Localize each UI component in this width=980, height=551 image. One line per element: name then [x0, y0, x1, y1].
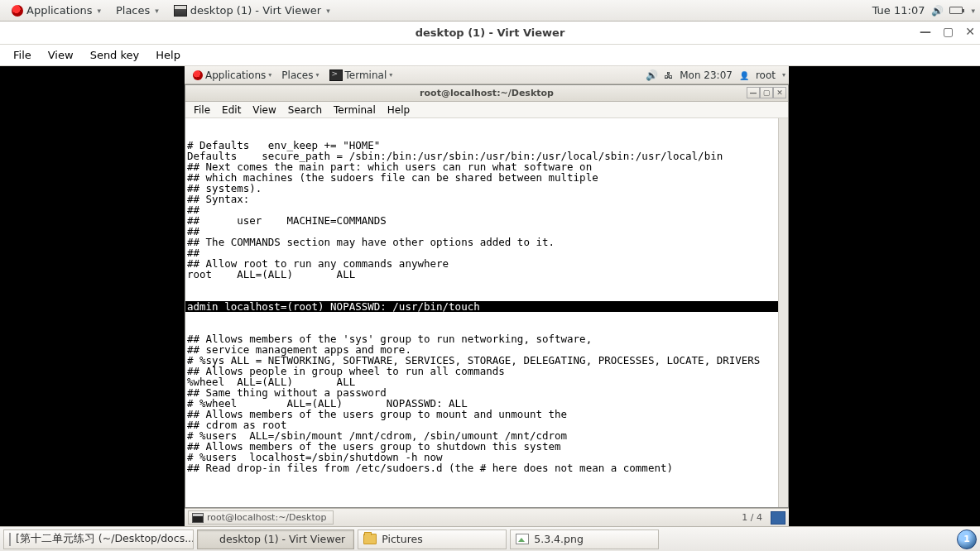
- terminal-line: root ALL=(ALL) ALL: [185, 269, 788, 280]
- close-button[interactable]: ✕: [965, 25, 975, 38]
- menu-file[interactable]: File: [7, 46, 38, 64]
- menu-view[interactable]: View: [41, 46, 80, 64]
- terminal-title: root@localhost:~/Desktop: [420, 88, 554, 98]
- battery-icon[interactable]: [949, 7, 963, 14]
- term-menu-view[interactable]: View: [247, 103, 281, 117]
- term-menu-terminal[interactable]: Terminal: [329, 103, 381, 117]
- guest-taskbar-item[interactable]: root@localhost:~/Desktop: [188, 510, 334, 525]
- terminal-menubar: File Edit View Search Terminal Help: [185, 102, 788, 118]
- guest-active-window-menu[interactable]: Terminal ▾: [324, 68, 398, 83]
- workspace-indicator[interactable]: 1: [957, 529, 977, 549]
- taskbar-item-image[interactable]: 5.3.4.png: [510, 529, 659, 549]
- term-menu-file[interactable]: File: [189, 103, 215, 117]
- image-icon: [516, 534, 529, 544]
- menu-help[interactable]: Help: [149, 46, 187, 64]
- terminal-scrollbar[interactable]: [778, 118, 788, 507]
- applications-menu[interactable]: Applications ▾: [5, 2, 108, 19]
- window-icon: [203, 534, 214, 544]
- taskbar-item-virt-viewer[interactable]: desktop (1) - Virt Viewer: [197, 529, 354, 549]
- terminal-window: root@localhost:~/Desktop — ▢ ✕ File Edit…: [185, 84, 789, 508]
- chevron-down-icon: ▾: [389, 71, 392, 79]
- clock[interactable]: Tue 11:07: [872, 4, 925, 17]
- chevron-down-icon: ▾: [782, 71, 785, 79]
- chevron-down-icon[interactable]: ▾: [971, 7, 975, 15]
- guest-places-menu[interactable]: Places ▾: [276, 68, 324, 83]
- network-icon[interactable]: [664, 69, 673, 81]
- chevron-down-icon: ▾: [268, 71, 271, 79]
- task-label: desktop (1) - Virt Viewer: [219, 533, 345, 545]
- terminal-line: ## which machines (the sudoers file can …: [185, 172, 788, 183]
- terminal-icon: [192, 513, 204, 523]
- chevron-down-icon: ▾: [155, 7, 159, 15]
- window-titlebar[interactable]: desktop (1) - Virt Viewer — ▢ ✕: [0, 22, 980, 45]
- terminal-body[interactable]: # Defaults env_keep += "HOME"Defaults se…: [185, 118, 788, 507]
- guest-display-area[interactable]: Applications ▾ Places ▾ Terminal ▾ Mon 2…: [0, 66, 980, 526]
- terminal-line: ## Syntax:: [185, 194, 788, 204]
- active-window-menu[interactable]: desktop (1) - Virt Viewer ▾: [167, 2, 337, 19]
- redhat-icon: [193, 70, 203, 80]
- highlighted-line: admin localhost=(root) NOPASSWD: /usr/bi…: [185, 301, 786, 312]
- workspace-indicator[interactable]: 1 / 4: [737, 512, 767, 523]
- task-label: Pictures: [382, 533, 423, 545]
- term-maximize-button[interactable]: ▢: [760, 87, 773, 98]
- places-menu[interactable]: Places ▾: [109, 2, 166, 19]
- window-title: desktop (1) - Virt Viewer: [416, 26, 565, 39]
- guest-desktop: Applications ▾ Places ▾ Terminal ▾ Mon 2…: [185, 66, 789, 526]
- chevron-down-icon: ▾: [326, 7, 330, 15]
- guest-active-label: Terminal: [345, 69, 387, 81]
- guest-applications-label: Applications: [205, 69, 266, 81]
- terminal-titlebar[interactable]: root@localhost:~/Desktop — ▢ ✕: [185, 85, 788, 102]
- document-icon: [9, 533, 11, 546]
- guest-clock[interactable]: Mon 23:07: [680, 69, 733, 81]
- viewer-menubar: File View Send key Help: [0, 45, 980, 66]
- guest-places-label: Places: [281, 69, 313, 81]
- guest-applications-menu[interactable]: Applications ▾: [188, 68, 276, 83]
- task-label: 5.3.4.png: [534, 533, 584, 545]
- workspace-switcher[interactable]: [771, 511, 785, 525]
- applications-label: Applications: [26, 4, 92, 17]
- task-label: [第十二单元练习 (~/Desktop/docs...: [16, 532, 194, 546]
- volume-icon[interactable]: [931, 4, 943, 17]
- minimize-button[interactable]: —: [920, 25, 931, 38]
- taskbar-item-pictures[interactable]: Pictures: [358, 529, 507, 549]
- user-icon: [739, 69, 749, 81]
- places-label: Places: [116, 4, 150, 17]
- window-icon: [174, 5, 187, 17]
- terminal-line: ## The COMMANDS section may have other o…: [185, 237, 788, 247]
- menu-sendkey[interactable]: Send key: [84, 46, 147, 64]
- terminal-icon: [329, 69, 343, 81]
- term-minimize-button[interactable]: —: [747, 87, 760, 98]
- terminal-line: ## user MACHINE=COMMANDS: [185, 215, 788, 226]
- volume-icon[interactable]: [646, 69, 657, 81]
- chevron-down-icon: ▾: [315, 71, 319, 79]
- active-window-label: desktop (1) - Virt Viewer: [190, 4, 321, 17]
- term-close-button[interactable]: ✕: [773, 87, 786, 98]
- terminal-line: ## systems).: [185, 183, 788, 194]
- host-bottom-taskbar: [第十二单元练习 (~/Desktop/docs... desktop (1) …: [0, 526, 980, 551]
- term-menu-search[interactable]: Search: [283, 103, 327, 117]
- terminal-line: ## Read drop-in files from /etc/sudoers.…: [185, 462, 788, 473]
- term-menu-help[interactable]: Help: [382, 103, 415, 117]
- host-top-panel: Applications ▾ Places ▾ desktop (1) - Vi…: [0, 0, 980, 22]
- guest-user-label[interactable]: root: [756, 69, 776, 81]
- guest-task-label: root@localhost:~/Desktop: [207, 512, 326, 523]
- maximize-button[interactable]: ▢: [943, 25, 954, 38]
- chevron-down-icon: ▾: [97, 7, 101, 15]
- term-menu-edit[interactable]: Edit: [217, 103, 246, 117]
- virt-viewer-window: desktop (1) - Virt Viewer — ▢ ✕ File Vie…: [0, 22, 980, 526]
- folder-icon: [363, 534, 377, 544]
- guest-top-panel: Applications ▾ Places ▾ Terminal ▾ Mon 2…: [185, 66, 789, 84]
- redhat-icon: [12, 5, 23, 17]
- taskbar-item-editor[interactable]: [第十二单元练习 (~/Desktop/docs...: [3, 529, 194, 549]
- guest-bottom-panel: root@localhost:~/Desktop 1 / 4: [185, 508, 789, 526]
